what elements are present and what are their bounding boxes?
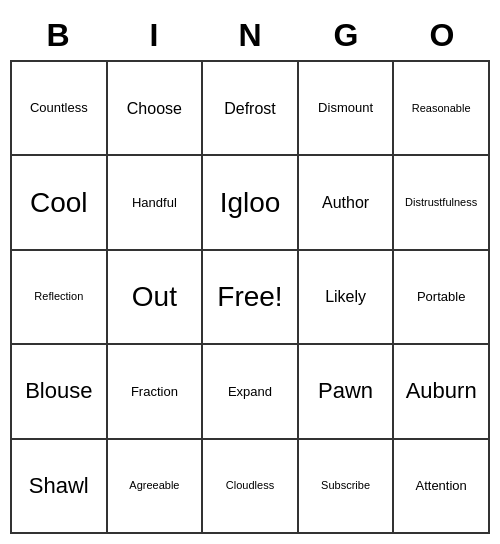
cell-text: Countless (30, 100, 88, 116)
bingo-cell: Free! (203, 251, 299, 345)
bingo-row: ReflectionOutFree!LikelyPortable (12, 251, 490, 345)
bingo-cell: Auburn (394, 345, 490, 439)
cell-text: Subscribe (321, 479, 370, 492)
bingo-cell: Attention (394, 440, 490, 534)
cell-text: Reflection (34, 290, 83, 303)
bingo-cell: Likely (299, 251, 395, 345)
header-letter: G (298, 10, 394, 60)
cell-text: Fraction (131, 384, 178, 400)
bingo-cell: Pawn (299, 345, 395, 439)
bingo-row: ShawlAgreeableCloudlessSubscribeAttentio… (12, 440, 490, 534)
cell-text: Handful (132, 195, 177, 211)
bingo-cell: Reflection (12, 251, 108, 345)
header-letter: I (106, 10, 202, 60)
cell-text: Shawl (29, 473, 89, 499)
bingo-cell: Fraction (108, 345, 204, 439)
bingo-cell: Dismount (299, 62, 395, 156)
bingo-cell: Countless (12, 62, 108, 156)
bingo-row: CountlessChooseDefrostDismountReasonable (12, 62, 490, 156)
cell-text: Cool (30, 186, 88, 220)
bingo-cell: Handful (108, 156, 204, 250)
bingo-row: BlouseFractionExpandPawnAuburn (12, 345, 490, 439)
bingo-row: CoolHandfulIglooAuthorDistrustfulness (12, 156, 490, 250)
cell-text: Distrustfulness (405, 196, 477, 209)
bingo-cell: Blouse (12, 345, 108, 439)
bingo-cell: Out (108, 251, 204, 345)
cell-text: Defrost (224, 99, 276, 118)
cell-text: Reasonable (412, 102, 471, 115)
cell-text: Agreeable (129, 479, 179, 492)
cell-text: Cloudless (226, 479, 274, 492)
bingo-cell: Distrustfulness (394, 156, 490, 250)
bingo-cell: Cool (12, 156, 108, 250)
cell-text: Attention (416, 478, 467, 494)
cell-text: Likely (325, 287, 366, 306)
header-letter: N (202, 10, 298, 60)
bingo-cell: Choose (108, 62, 204, 156)
cell-text: Pawn (318, 378, 373, 404)
cell-text: Choose (127, 99, 182, 118)
cell-text: Author (322, 193, 369, 212)
cell-text: Expand (228, 384, 272, 400)
bingo-cell: Cloudless (203, 440, 299, 534)
bingo-header: BINGO (10, 10, 490, 60)
cell-text: Blouse (25, 378, 92, 404)
cell-text: Out (132, 280, 177, 314)
cell-text: Auburn (406, 378, 477, 404)
bingo-cell: Igloo (203, 156, 299, 250)
bingo-cell: Subscribe (299, 440, 395, 534)
bingo-cell: Author (299, 156, 395, 250)
bingo-card: BINGO CountlessChooseDefrostDismountReas… (10, 10, 490, 534)
header-letter: B (10, 10, 106, 60)
cell-text: Dismount (318, 100, 373, 116)
bingo-cell: Shawl (12, 440, 108, 534)
bingo-grid: CountlessChooseDefrostDismountReasonable… (10, 60, 490, 534)
bingo-cell: Defrost (203, 62, 299, 156)
bingo-cell: Portable (394, 251, 490, 345)
cell-text: Portable (417, 289, 465, 305)
cell-text: Igloo (220, 186, 281, 220)
header-letter: O (394, 10, 490, 60)
cell-text: Free! (217, 280, 282, 314)
bingo-cell: Agreeable (108, 440, 204, 534)
bingo-cell: Expand (203, 345, 299, 439)
bingo-cell: Reasonable (394, 62, 490, 156)
